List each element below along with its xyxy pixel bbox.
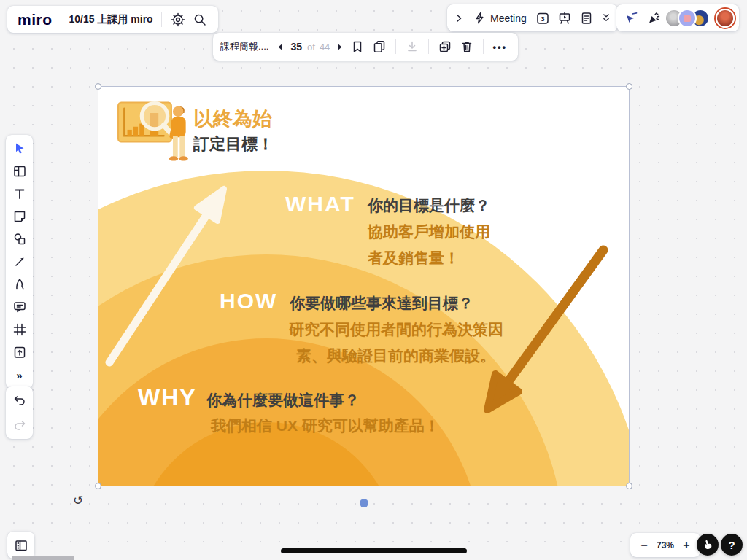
download-button[interactable] bbox=[401, 36, 423, 58]
current-page: 35 bbox=[287, 41, 305, 52]
cursor-icon bbox=[12, 141, 27, 156]
growth-arrow-white bbox=[109, 189, 224, 362]
duplicate-button[interactable] bbox=[434, 36, 456, 58]
present-button[interactable] bbox=[554, 7, 576, 29]
duplicate-icon bbox=[438, 39, 452, 54]
tool-text[interactable] bbox=[9, 183, 31, 205]
tool-comment[interactable] bbox=[9, 296, 31, 318]
collapse-toolbar-button[interactable] bbox=[450, 7, 468, 29]
divider bbox=[483, 39, 484, 54]
meeting-button[interactable]: Meeting bbox=[468, 7, 532, 29]
zoom-out-button[interactable]: − bbox=[635, 536, 654, 555]
next-page-button[interactable] bbox=[332, 36, 347, 58]
tools-sidebar: » bbox=[6, 135, 33, 389]
tool-templates[interactable] bbox=[9, 160, 31, 182]
frame-icon bbox=[12, 322, 27, 337]
celebrate-button[interactable] bbox=[643, 7, 665, 29]
tool-frame[interactable] bbox=[9, 319, 31, 341]
of-label: of bbox=[305, 42, 317, 52]
lightning-icon bbox=[473, 11, 487, 25]
zoom-controls: − 73% + bbox=[630, 533, 700, 557]
slide-canvas[interactable]: 以終為始 訂定目標！ WHAT 你的目標是什麼？ 協助客戶增加使用 者及銷售量！… bbox=[98, 87, 629, 486]
rotate-handle-icon[interactable]: ↺ bbox=[73, 493, 83, 508]
what-answer-line: 者及銷售量！ bbox=[368, 248, 460, 268]
chevrons-right-icon: » bbox=[16, 370, 22, 381]
collaborator-dot bbox=[360, 499, 368, 508]
upload-icon bbox=[12, 345, 27, 359]
timer-button[interactable]: 3 bbox=[532, 7, 554, 29]
drill-down-arrow-brown bbox=[487, 250, 603, 410]
meeting-toolbar: Meeting 3 bbox=[447, 4, 618, 31]
selection-handle[interactable] bbox=[95, 483, 101, 489]
meeting-label: Meeting bbox=[490, 12, 527, 24]
selection-handle[interactable] bbox=[626, 83, 632, 90]
page-nav-toolbar: 課程簡報.... 35 of 44 ••• bbox=[213, 33, 518, 61]
divider bbox=[428, 39, 429, 54]
present-icon bbox=[557, 11, 572, 26]
hide-apps-button[interactable] bbox=[597, 7, 615, 29]
pages-button[interactable] bbox=[368, 36, 390, 58]
slide-subtitle: 訂定目標！ bbox=[193, 133, 274, 155]
total-pages: 44 bbox=[317, 42, 332, 52]
what-question: 你的目標是什麼？ bbox=[368, 195, 490, 216]
notes-button[interactable] bbox=[576, 7, 597, 29]
tool-shapes[interactable] bbox=[9, 228, 31, 250]
how-answer-line: 研究不同使用者間的行為決策因 bbox=[289, 319, 503, 340]
divider bbox=[61, 12, 61, 27]
selection-handle[interactable] bbox=[95, 83, 101, 90]
why-answer-line: 我們相信 UX 研究可以幫助產品！ bbox=[211, 416, 440, 436]
prev-page-button[interactable] bbox=[273, 36, 287, 58]
chevron-right-icon bbox=[452, 12, 465, 25]
slide-title: 以終為始 bbox=[193, 106, 272, 132]
tool-arrow[interactable] bbox=[9, 251, 31, 273]
tool-select[interactable] bbox=[9, 138, 31, 160]
bookmark-button[interactable] bbox=[347, 36, 368, 58]
delete-button[interactable] bbox=[456, 36, 478, 58]
tool-sticky-note[interactable] bbox=[9, 206, 31, 228]
redo-icon bbox=[12, 418, 27, 432]
chart-analysis-illustration bbox=[117, 93, 193, 169]
frames-panel-toggle[interactable] bbox=[7, 532, 34, 559]
miro-logo[interactable]: miro bbox=[15, 11, 55, 28]
zoom-level[interactable]: 73% bbox=[654, 540, 677, 551]
double-chevron-down-icon bbox=[600, 12, 613, 25]
download-icon bbox=[405, 39, 419, 54]
follow-cursor-button[interactable] bbox=[621, 7, 643, 29]
undo-redo-panel bbox=[6, 386, 33, 439]
more-options-button[interactable]: ••• bbox=[489, 36, 511, 58]
tool-more[interactable]: » bbox=[9, 364, 31, 386]
arrow-icon bbox=[12, 254, 27, 269]
home-indicator-bar bbox=[281, 548, 467, 553]
bookmark-icon bbox=[350, 39, 365, 54]
selection-handle[interactable] bbox=[626, 483, 632, 489]
how-question: 你要做哪些事來達到目標？ bbox=[290, 293, 473, 314]
what-answer-line: 協助客戶增加使用 bbox=[368, 222, 490, 242]
tool-pen[interactable] bbox=[9, 273, 31, 295]
text-icon bbox=[12, 187, 27, 201]
tool-upload[interactable] bbox=[9, 341, 31, 363]
reactions-button[interactable] bbox=[697, 534, 719, 556]
zoom-in-button[interactable]: + bbox=[677, 536, 696, 555]
why-question: 你為什麼要做這件事？ bbox=[206, 390, 360, 411]
avatar-current-user[interactable] bbox=[716, 9, 735, 28]
settings-button[interactable] bbox=[167, 9, 189, 31]
undo-button[interactable] bbox=[9, 389, 31, 411]
sticky-note-icon bbox=[12, 209, 27, 224]
dock-sliver bbox=[12, 556, 74, 560]
search-button[interactable] bbox=[189, 9, 211, 31]
gear-icon bbox=[171, 12, 185, 27]
help-button[interactable]: ? bbox=[721, 534, 743, 556]
trash-icon bbox=[460, 39, 474, 54]
divider bbox=[161, 12, 162, 27]
presence-panel bbox=[616, 4, 739, 31]
shapes-icon bbox=[12, 232, 27, 246]
selected-slide-frame[interactable]: 以終為始 訂定目標！ WHAT 你的目標是什麼？ 協助客戶增加使用 者及銷售量！… bbox=[98, 87, 629, 486]
how-keyword: HOW bbox=[220, 289, 277, 314]
prev-icon bbox=[276, 43, 285, 51]
document-title[interactable]: 課程簡報.... bbox=[220, 40, 273, 53]
frames-list-icon bbox=[14, 538, 28, 553]
avatar[interactable] bbox=[678, 9, 697, 28]
header-left-panel: miro 10/15 上課用 miro bbox=[7, 6, 218, 33]
board-title[interactable]: 10/15 上課用 miro bbox=[66, 13, 156, 26]
redo-button[interactable] bbox=[9, 414, 31, 436]
